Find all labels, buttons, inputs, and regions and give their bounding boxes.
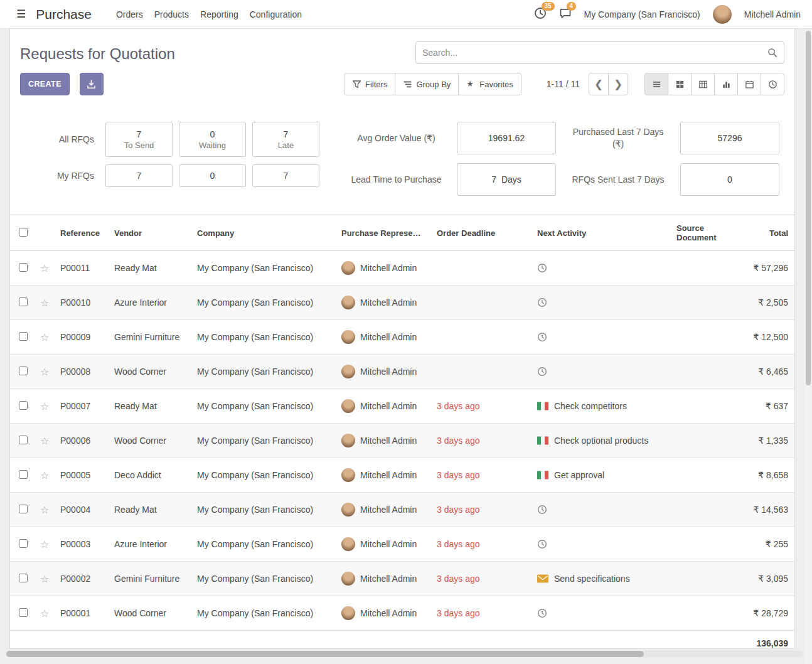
activity-clock-icon[interactable] bbox=[537, 539, 547, 549]
my-to-send-button[interactable]: 7 bbox=[105, 164, 173, 187]
activity-view-button[interactable] bbox=[761, 73, 784, 95]
all-to-send-button[interactable]: 7 To Send bbox=[105, 122, 173, 157]
header-total[interactable]: Total bbox=[745, 215, 794, 251]
activity-clock-icon[interactable] bbox=[537, 505, 547, 515]
table-row[interactable]: ☆ P00009 Gemini Furniture My Company (Sa… bbox=[10, 320, 794, 355]
next-activity-cell[interactable]: Get approval bbox=[533, 458, 673, 493]
header-order-deadline[interactable]: Order Deadline bbox=[433, 215, 533, 251]
pivot-view-button[interactable] bbox=[691, 73, 715, 95]
next-activity-cell[interactable] bbox=[533, 493, 673, 527]
header-company[interactable]: Company bbox=[193, 215, 338, 251]
search-box[interactable] bbox=[415, 41, 784, 64]
next-activity-cell[interactable]: Check competitors bbox=[533, 389, 673, 424]
row-checkbox[interactable] bbox=[19, 436, 28, 444]
user-avatar[interactable] bbox=[713, 5, 732, 24]
next-activity-cell[interactable] bbox=[533, 355, 673, 389]
nav-menu-products[interactable]: Products bbox=[149, 6, 195, 23]
my-waiting-button[interactable]: 0 bbox=[179, 164, 246, 187]
activity-clock-icon[interactable] bbox=[537, 367, 547, 377]
vertical-scrollbar-thumb[interactable] bbox=[806, 31, 811, 385]
favorite-star-icon[interactable]: ☆ bbox=[40, 263, 49, 274]
create-button[interactable]: CREATE bbox=[20, 73, 70, 95]
favorite-star-icon[interactable]: ☆ bbox=[40, 332, 49, 343]
export-button[interactable] bbox=[80, 73, 104, 95]
favorite-star-icon[interactable]: ☆ bbox=[40, 470, 49, 481]
group-by-button[interactable]: Group By bbox=[395, 73, 459, 95]
next-activity-cell[interactable] bbox=[533, 320, 673, 355]
activity-flag-icon[interactable] bbox=[537, 402, 548, 410]
activity-flag-icon[interactable] bbox=[537, 436, 548, 445]
activity-clock-menu[interactable]: 35 bbox=[534, 7, 547, 21]
row-checkbox[interactable] bbox=[19, 608, 28, 617]
horizontal-scrollbar-thumb[interactable] bbox=[6, 651, 644, 657]
table-row[interactable]: ☆ P00002 Gemini Furniture My Company (Sa… bbox=[10, 562, 794, 596]
nav-menu-configuration[interactable]: Configuration bbox=[244, 6, 307, 23]
filters-button[interactable]: Filters bbox=[344, 73, 395, 95]
next-activity-cell[interactable]: Send specifications bbox=[533, 562, 673, 596]
company-switcher[interactable]: My Company (San Francisco) bbox=[584, 9, 700, 19]
search-input[interactable] bbox=[422, 48, 767, 58]
header-purchase-representative[interactable]: Purchase Represe… bbox=[338, 215, 433, 251]
row-checkbox[interactable] bbox=[19, 505, 28, 513]
table-row[interactable]: ☆ P00005 Deco Addict My Company (San Fra… bbox=[10, 458, 794, 493]
list-view-button[interactable] bbox=[644, 73, 668, 95]
next-activity-cell[interactable] bbox=[533, 596, 673, 631]
row-checkbox[interactable] bbox=[19, 470, 28, 479]
calendar-view-button[interactable] bbox=[737, 73, 761, 95]
activity-mail-icon[interactable] bbox=[537, 574, 548, 583]
all-waiting-button[interactable]: 0 Waiting bbox=[179, 122, 246, 157]
next-activity-cell[interactable] bbox=[533, 527, 673, 562]
favorite-star-icon[interactable]: ☆ bbox=[40, 505, 49, 515]
favorite-star-icon[interactable]: ☆ bbox=[40, 539, 49, 550]
select-all-checkbox[interactable] bbox=[19, 228, 28, 237]
activity-clock-icon[interactable] bbox=[537, 297, 547, 308]
app-brand[interactable]: Purchase bbox=[36, 7, 92, 22]
row-checkbox[interactable] bbox=[19, 297, 28, 306]
search-icon[interactable] bbox=[767, 48, 777, 58]
table-row[interactable]: ☆ P00006 Wood Corner My Company (San Fra… bbox=[10, 424, 794, 458]
favorite-star-icon[interactable]: ☆ bbox=[40, 436, 49, 446]
header-reference[interactable]: Reference bbox=[56, 215, 110, 251]
next-activity-cell[interactable]: Check optional products bbox=[533, 424, 673, 458]
pager-prev-button[interactable]: ❮ bbox=[589, 73, 609, 95]
header-vendor[interactable]: Vendor bbox=[110, 215, 193, 251]
row-checkbox[interactable] bbox=[19, 401, 28, 410]
activity-clock-icon[interactable] bbox=[537, 332, 547, 342]
table-row[interactable]: ☆ P00010 Azure Interior My Company (San … bbox=[10, 286, 794, 320]
table-row[interactable]: ☆ P00003 Azure Interior My Company (San … bbox=[10, 527, 794, 562]
vertical-scrollbar[interactable] bbox=[804, 29, 812, 664]
row-checkbox[interactable] bbox=[19, 574, 28, 582]
messages-menu[interactable]: 4 bbox=[559, 7, 572, 21]
favorite-star-icon[interactable]: ☆ bbox=[40, 574, 49, 584]
favorites-button[interactable]: ★ Favorites bbox=[458, 73, 521, 95]
header-next-activity[interactable]: Next Activity bbox=[533, 215, 673, 251]
activity-clock-icon[interactable] bbox=[537, 608, 547, 618]
activity-flag-icon[interactable] bbox=[537, 471, 548, 479]
table-row[interactable]: ☆ P00004 Ready Mat My Company (San Franc… bbox=[10, 493, 794, 527]
header-source-document[interactable]: Source Document bbox=[673, 215, 745, 251]
nav-menu-orders[interactable]: Orders bbox=[110, 6, 149, 23]
favorite-star-icon[interactable]: ☆ bbox=[40, 297, 49, 308]
graph-view-button[interactable] bbox=[714, 73, 738, 95]
favorite-star-icon[interactable]: ☆ bbox=[40, 608, 49, 619]
row-checkbox[interactable] bbox=[19, 332, 28, 341]
my-late-button[interactable]: 7 bbox=[252, 164, 319, 187]
user-menu[interactable]: Mitchell Admin bbox=[744, 9, 801, 19]
row-checkbox[interactable] bbox=[19, 263, 28, 272]
all-late-button[interactable]: 7 Late bbox=[252, 122, 319, 157]
kanban-view-button[interactable] bbox=[668, 73, 692, 95]
next-activity-cell[interactable] bbox=[533, 251, 673, 286]
row-checkbox[interactable] bbox=[19, 367, 28, 375]
table-row[interactable]: ☆ P00001 Wood Corner My Company (San Fra… bbox=[10, 596, 794, 631]
pager-next-button[interactable]: ❯ bbox=[608, 73, 628, 95]
favorite-star-icon[interactable]: ☆ bbox=[40, 367, 49, 377]
next-activity-cell[interactable] bbox=[533, 286, 673, 320]
row-checkbox[interactable] bbox=[19, 539, 28, 548]
nav-menu-reporting[interactable]: Reporting bbox=[195, 6, 244, 23]
table-row[interactable]: ☆ P00008 Wood Corner My Company (San Fra… bbox=[10, 355, 794, 389]
apps-menu-icon[interactable]: ☰ bbox=[16, 8, 26, 21]
table-row[interactable]: ☆ P00007 Ready Mat My Company (San Franc… bbox=[10, 389, 794, 424]
table-row[interactable]: ☆ P00011 Ready Mat My Company (San Franc… bbox=[10, 251, 794, 286]
favorite-star-icon[interactable]: ☆ bbox=[40, 401, 49, 412]
horizontal-scrollbar[interactable] bbox=[6, 651, 803, 657]
